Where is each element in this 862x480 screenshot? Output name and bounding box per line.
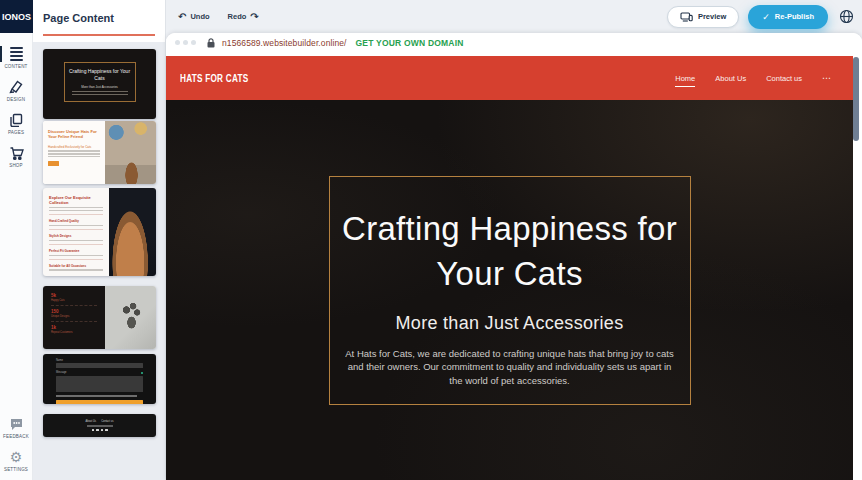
browser-address-bar: n1566589.websitebuilder.online/ GET YOUR…: [166, 33, 862, 52]
undo-button[interactable]: ↶ Undo: [178, 12, 210, 22]
stat-value: 150: [51, 309, 97, 314]
stat-value: 5k: [51, 293, 97, 298]
sidebar-item-content[interactable]: CONTENT: [0, 42, 32, 72]
thumb-discover-paragraph: [48, 150, 100, 157]
redo-label: Redo: [228, 12, 247, 21]
republish-button[interactable]: ✓ Re-Publish: [748, 5, 828, 29]
thumb-hero-paragraph: [68, 91, 132, 96]
form-field-label: Message: [56, 371, 67, 374]
republish-label: Re-Publish: [775, 12, 814, 21]
preview-button[interactable]: Preview: [667, 6, 739, 28]
globe-icon: [839, 9, 854, 24]
sidebar-item-pages[interactable]: PAGES: [0, 108, 32, 138]
thumb-discover-button: [48, 161, 59, 166]
nav-link-home[interactable]: Home: [675, 74, 695, 87]
thumb-footer-social-icons: [92, 429, 108, 432]
preview-label: Preview: [698, 12, 726, 21]
stat-value: 1k: [51, 325, 97, 330]
get-your-own-domain-link[interactable]: GET YOUR OWN DOMAIN: [356, 38, 464, 48]
stat-label: Unique Designs: [51, 315, 97, 318]
hero-title: Crafting Happiness forYour Cats: [330, 206, 690, 296]
section-thumbnail-list: Crafting Happiness for Your Cats More th…: [33, 42, 165, 480]
gear-icon: ⚙: [8, 449, 24, 465]
site-preview-card: n1566589.websitebuilder.online/ GET YOUR…: [166, 33, 862, 480]
nav-link-about-us[interactable]: About Us: [715, 74, 746, 83]
thumb-form-counter-dot: [141, 372, 143, 374]
thumb-hero-box: Crafting Happiness for Your Cats More th…: [64, 62, 136, 102]
content-icon: [8, 46, 24, 62]
app-window: IONOS CONTENT DESIGN PAGES: [0, 0, 862, 480]
thumb-hero-title: Crafting Happiness for Your Cats: [68, 68, 132, 83]
lock-icon: [207, 38, 215, 48]
site-nav: Home About Us Contact us ⋯: [675, 73, 831, 83]
thumbnail-discover-section[interactable]: Discover Unique Hats For Your Feline Fri…: [43, 121, 156, 184]
sidebar-item-label: FEEDBACK: [3, 434, 29, 439]
hero-body-text: At Hats for Cats, we are dedicated to cr…: [343, 347, 677, 387]
icon-rail: IONOS CONTENT DESIGN PAGES: [0, 0, 33, 480]
pages-icon: [8, 112, 24, 128]
sidebar-item-label: PAGES: [8, 130, 24, 135]
thumb-footer-link: Contact us: [101, 420, 113, 423]
sidebar-item-feedback[interactable]: FEEDBACK: [0, 412, 32, 442]
thumb-form-name-input: [56, 363, 143, 368]
nav-link-contact-us[interactable]: Contact us: [766, 74, 802, 83]
sidebar-item-label: DESIGN: [7, 97, 25, 102]
stat-label: Repeat Customers: [51, 331, 97, 334]
preview-devices-icon: [680, 12, 693, 22]
thumb-footer-copyright-line: [87, 425, 113, 427]
thumb-discover-cat-photo: [105, 121, 156, 184]
thumb-form-message-area: [56, 376, 143, 392]
canvas-scrollbar-thumb[interactable]: [853, 57, 859, 141]
design-icon: [8, 79, 24, 95]
check-icon: ✓: [762, 12, 770, 22]
thumb-collection-item: Perfect Fit Guarantee: [49, 249, 103, 253]
hero-section[interactable]: Crafting Happiness forYour Cats More tha…: [166, 100, 853, 480]
shop-cart-icon: [8, 145, 24, 161]
window-control-dots: [175, 40, 196, 45]
website-canvas: HATS FOR CATS Home About Us Contact us ⋯…: [166, 56, 853, 480]
thumbnail-collection-section[interactable]: Explore Our Exquisite Collection Hand-Cr…: [43, 188, 156, 276]
thumbnail-stats-section[interactable]: 5k Happy Cats 150 Unique Designs 1k Repe…: [43, 286, 156, 349]
nav-more-icon[interactable]: ⋯: [822, 73, 831, 83]
sidebar-item-design[interactable]: DESIGN: [0, 75, 32, 105]
sidebar-item-label: CONTENT: [4, 64, 27, 69]
page-content-panel: Page Content Crafting Happiness for Your…: [33, 0, 166, 480]
undo-icon: ↶: [178, 12, 186, 22]
thumbnail-contact-section[interactable]: Name Message: [43, 354, 156, 404]
thumb-collection-heading: Explore Our Exquisite Collection: [49, 195, 103, 205]
thumb-collection-paragraph: [49, 207, 103, 211]
thumb-hero-subtitle: More than Just Accessories: [68, 85, 132, 89]
thumb-collection-cat-photo: [109, 188, 156, 276]
form-field-label: Name: [56, 359, 143, 362]
thumb-collection-item: Stylish Designs: [49, 234, 103, 238]
sidebar-item-shop[interactable]: SHOP: [0, 141, 32, 171]
hero-subtitle: More than Just Accessories: [330, 313, 690, 334]
hero-bordered-box: Crafting Happiness forYour Cats More tha…: [329, 176, 691, 405]
thumb-form-submit-button: [56, 400, 143, 405]
redo-button[interactable]: Redo ↷: [228, 12, 259, 22]
sidebar-item-label: SETTINGS: [4, 467, 28, 472]
thumb-form-consent-line: [56, 395, 137, 397]
thumbnail-footer-section[interactable]: About Us Contact us: [43, 414, 156, 437]
thumb-collection-item: Hand-Crafted Quality: [49, 219, 103, 223]
thumb-footer-link: About Us: [85, 420, 96, 423]
site-header[interactable]: HATS FOR CATS Home About Us Contact us ⋯: [166, 56, 853, 100]
main-column: ↶ Undo Redo ↷ Preview ✓ Re-Publish: [166, 0, 862, 480]
panel-accent-divider: [43, 34, 155, 36]
site-logo[interactable]: HATS FOR CATS: [180, 73, 248, 84]
stat-label: Happy Cats: [51, 299, 97, 302]
editor-toolbar: ↶ Undo Redo ↷ Preview ✓ Re-Publish: [166, 0, 862, 33]
ionos-logo: IONOS: [0, 0, 33, 33]
sidebar-item-label: SHOP: [9, 163, 23, 168]
thumbnail-hero-section[interactable]: Crafting Happiness for Your Cats More th…: [43, 49, 156, 119]
panel-title: Page Content: [33, 0, 165, 34]
thumb-collection-item: Suitable for All Occasions: [49, 264, 103, 268]
sidebar-item-settings[interactable]: ⚙ SETTINGS: [0, 445, 32, 475]
feedback-icon: [8, 416, 24, 432]
thumb-stats-pawprint-photo: [105, 286, 156, 349]
globe-language-button[interactable]: [837, 8, 855, 26]
site-url[interactable]: n1566589.websitebuilder.online/: [222, 38, 347, 48]
thumb-discover-subheading: Handcrafted Exclusively for Cats: [48, 145, 100, 149]
undo-label: Undo: [190, 12, 209, 21]
redo-icon: ↷: [250, 12, 258, 22]
